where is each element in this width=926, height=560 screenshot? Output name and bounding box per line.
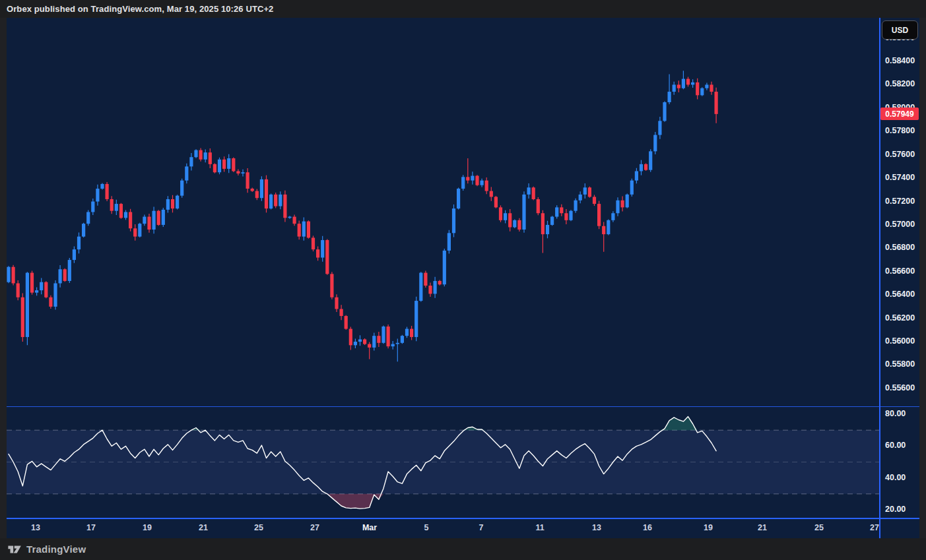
candle-body [100, 184, 104, 189]
last-price-badge: 0.57949 [880, 108, 919, 120]
candle-body [457, 189, 460, 208]
candle-body [53, 283, 57, 306]
candle-body [372, 336, 376, 348]
candle-body [340, 309, 343, 316]
time-tick-label: 7 [479, 523, 484, 532]
candle-body [485, 181, 488, 191]
candle-body [298, 224, 301, 236]
price-tick-label: 0.56400 [885, 290, 925, 299]
candle-body [513, 220, 516, 228]
candle-body [307, 222, 310, 238]
candle-body [162, 210, 165, 225]
candle-body [246, 172, 249, 189]
candle-body [218, 160, 221, 172]
candle-body [166, 199, 170, 210]
candle-body [44, 282, 48, 297]
candle-body [611, 213, 614, 220]
candle-body [494, 197, 498, 207]
candle-body [91, 202, 94, 212]
candle-body [419, 273, 422, 301]
chart-canvas [0, 0, 926, 560]
publish-header: Orbex published on TradingView.com, Mar … [0, 0, 926, 18]
candle-body [443, 251, 446, 284]
price-tick-label: 0.58400 [885, 56, 925, 65]
candle-body [504, 213, 507, 220]
pane-divider[interactable] [7, 406, 919, 407]
price-tick-label: 0.56800 [885, 243, 925, 252]
candle-body [546, 225, 549, 234]
candle-body [550, 217, 554, 225]
candle-body [658, 121, 661, 135]
candle-body [35, 290, 38, 293]
candle-body [133, 228, 137, 236]
candle-body [96, 189, 99, 201]
time-tick-label: 16 [643, 523, 652, 532]
candle-body [405, 329, 409, 336]
time-tick-label: Mar [362, 523, 377, 532]
candle-body [368, 344, 371, 348]
candle-body [630, 181, 634, 195]
candle-body [68, 260, 71, 281]
candle-body [335, 297, 338, 309]
rsi-pane [7, 417, 880, 509]
candle-body [471, 176, 474, 181]
candle-body [26, 273, 29, 337]
price-tick-label: 0.55800 [885, 359, 925, 369]
candle-body [345, 316, 348, 328]
candle-body [213, 164, 216, 172]
candle-body [21, 297, 24, 337]
candle-body [110, 199, 114, 211]
rsi-pane-bottom-border[interactable] [7, 518, 919, 519]
candle-body [349, 329, 352, 346]
candle-body [283, 195, 286, 218]
candle-body [673, 84, 676, 92]
candle-body [560, 207, 563, 213]
candle-body [77, 237, 81, 249]
candle-body [434, 281, 437, 294]
candle-body [527, 187, 531, 195]
candle-body [710, 84, 713, 92]
candle-body [691, 82, 694, 85]
candle-body [499, 207, 502, 220]
currency-button[interactable]: USD [882, 20, 918, 40]
candle-body [541, 213, 545, 234]
candle-body [274, 195, 277, 206]
candle-body [640, 164, 643, 171]
candle-body [138, 224, 141, 236]
candle-body [682, 79, 685, 88]
candle-body [626, 195, 629, 207]
candle-body [452, 208, 455, 233]
candle-body [354, 342, 357, 345]
candle-body [73, 249, 76, 260]
time-tick-label: 25 [254, 523, 263, 532]
candle-body [668, 92, 671, 102]
candle-body [312, 237, 315, 249]
price-tick-label: 0.55600 [885, 383, 925, 392]
rsi-tick-label: 20.00 [885, 505, 925, 514]
time-tick-label: 13 [592, 523, 601, 532]
tradingview-logo-icon[interactable] [8, 545, 22, 554]
candle-body [189, 157, 193, 166]
candle-body [616, 201, 619, 213]
tradingview-brand[interactable]: TradingView [26, 544, 86, 555]
candle-body [438, 281, 442, 284]
candle-body [288, 217, 291, 218]
time-tick-label: 21 [758, 523, 767, 532]
time-tick-label: 19 [704, 523, 713, 532]
price-tick-label: 0.57000 [885, 220, 925, 229]
candle-body [414, 301, 418, 337]
candle-body [583, 187, 587, 195]
price-tick-label: 0.57600 [885, 150, 925, 159]
candle-body [508, 213, 512, 227]
candle-body [255, 191, 259, 199]
candle-body [222, 160, 226, 169]
price-tick-label: 0.56600 [885, 266, 925, 276]
candle-body [705, 84, 708, 88]
candle-body [715, 92, 718, 114]
candle-body [49, 297, 52, 307]
candle-body [251, 189, 254, 191]
candle-body [663, 102, 666, 121]
candle-body [185, 166, 188, 180]
candle-body [194, 150, 197, 158]
time-tick-label: 17 [86, 523, 96, 532]
